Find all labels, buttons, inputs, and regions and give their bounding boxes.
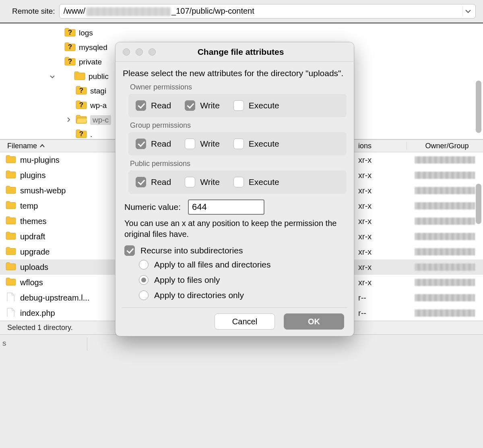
owner-redacted	[415, 279, 475, 286]
tree-item-logs[interactable]: logs	[0, 26, 483, 40]
folder-icon	[6, 247, 16, 257]
openfolder-icon	[76, 114, 87, 126]
public-execute-checkbox[interactable]: Execute	[233, 177, 279, 187]
column-owner-group[interactable]: Owner/Group	[407, 142, 483, 150]
owner-redacted	[415, 263, 475, 271]
apply-files-radio[interactable]: Apply to files only	[139, 275, 347, 285]
qfolder-icon	[76, 100, 87, 112]
owner-redacted	[415, 156, 475, 164]
owner-redacted	[415, 187, 475, 194]
public-read-checkbox[interactable]: Read	[136, 177, 171, 187]
file-name: upgrade	[20, 247, 50, 257]
truncated-label: s	[2, 339, 6, 348]
file-name: index.php	[20, 309, 55, 318]
tree-item-label: private	[79, 58, 102, 66]
file-permissions: xr-x	[358, 156, 407, 165]
tree-item-label: wp-a	[90, 101, 107, 110]
owner-redacted	[415, 309, 475, 317]
file-permissions: xr-x	[358, 247, 407, 257]
owner-redacted	[415, 233, 475, 240]
recurse-label: Recurse into subdirectories	[140, 246, 243, 255]
file-icon	[6, 292, 16, 303]
file-permissions: xr-x	[358, 278, 407, 287]
remote-site-field[interactable]: /www/_107/public/wp-content	[59, 4, 476, 19]
file-permissions: r--	[358, 309, 407, 318]
column-divider[interactable]	[87, 337, 87, 351]
folder-icon	[6, 262, 16, 272]
traffic-lights	[116, 48, 156, 56]
bottom-panel: s	[0, 334, 483, 353]
minimize-icon[interactable]	[136, 48, 143, 56]
folder-icon	[6, 231, 16, 242]
file-permissions: r--	[358, 293, 407, 303]
tree-scrollbar[interactable]	[476, 81, 481, 133]
public-write-checkbox[interactable]: Write	[185, 177, 220, 187]
qfolder-icon	[64, 27, 76, 39]
numeric-value-label: Numeric value:	[124, 202, 181, 212]
owner-execute-checkbox[interactable]: Execute	[233, 100, 279, 111]
group-permissions-group: Group permissions Read Write Execute	[128, 121, 347, 156]
dialog-instruction: Please select the new attributes for the…	[123, 67, 347, 79]
group-execute-checkbox[interactable]: Execute	[233, 139, 279, 149]
folder-icon	[6, 155, 16, 165]
tree-item-label: .	[90, 130, 92, 139]
numeric-value-input[interactable]	[188, 199, 264, 215]
public-permissions-group: Public permissions Read Write Execute	[128, 160, 347, 194]
owner-write-checkbox[interactable]: Write	[185, 100, 220, 111]
file-name: mu-plugins	[20, 156, 60, 165]
list-scrollbar[interactable]	[476, 184, 481, 224]
close-icon[interactable]	[123, 48, 130, 56]
owner-redacted	[415, 202, 475, 209]
owner-redacted	[415, 248, 475, 255]
chevron-right-icon[interactable]	[64, 117, 72, 123]
column-permissions[interactable]: ions	[358, 142, 407, 150]
folder-icon	[74, 71, 85, 83]
group-permissions-title: Group permissions	[130, 121, 347, 130]
tree-item-label: mysqled	[79, 43, 107, 52]
numeric-hint: You can use an x at any position to keep…	[124, 218, 345, 240]
file-name: wflogs	[20, 278, 43, 287]
tree-item-label: stagi	[90, 87, 106, 95]
chevron-down-icon[interactable]	[48, 73, 56, 80]
qfolder-icon	[64, 56, 76, 68]
apply-dirs-radio[interactable]: Apply to directories only	[139, 290, 347, 300]
file-permissions: xr-x	[358, 217, 407, 226]
owner-redacted	[415, 218, 475, 225]
qfolder-icon	[64, 42, 76, 54]
change-file-attributes-dialog: Change file attributes Please select the…	[115, 42, 354, 336]
owner-read-checkbox[interactable]: Read	[136, 100, 171, 111]
file-name: uploads	[20, 263, 48, 272]
owner-redacted	[415, 172, 475, 179]
divider	[122, 307, 347, 308]
recurse-checkbox[interactable]	[124, 245, 135, 256]
file-name: temp	[20, 201, 38, 211]
tree-item-label: public	[89, 72, 109, 81]
zoom-icon[interactable]	[149, 48, 156, 56]
file-name: smush-webp	[20, 186, 66, 195]
folder-icon	[6, 277, 16, 288]
public-permissions-title: Public permissions	[130, 160, 347, 168]
tree-item-label: wp-c	[90, 115, 111, 125]
apply-all-radio[interactable]: Apply to all files and directories	[139, 260, 347, 270]
folder-icon	[6, 201, 16, 211]
file-permissions: xr-x	[358, 232, 407, 241]
file-name: themes	[20, 217, 47, 226]
folder-icon	[6, 216, 16, 226]
owner-redacted	[415, 294, 475, 301]
tree-item-label: logs	[79, 29, 93, 37]
chevron-down-icon[interactable]	[462, 6, 473, 17]
cancel-button[interactable]: Cancel	[215, 313, 275, 330]
file-permissions: xr-x	[358, 201, 407, 211]
file-name: updraft	[20, 232, 45, 241]
qfolder-icon	[76, 129, 87, 140]
dialog-titlebar: Change file attributes	[116, 42, 354, 62]
file-name: plugins	[20, 171, 45, 180]
group-write-checkbox[interactable]: Write	[185, 139, 220, 149]
remote-site-path: /www/_107/public/wp-content	[64, 6, 462, 16]
ok-button[interactable]: OK	[284, 313, 344, 330]
redacted-path-segment	[86, 7, 171, 16]
qfolder-icon	[76, 85, 87, 97]
file-permissions: xr-x	[358, 186, 407, 195]
group-read-checkbox[interactable]: Read	[136, 139, 171, 149]
file-permissions: xr-x	[358, 263, 407, 272]
